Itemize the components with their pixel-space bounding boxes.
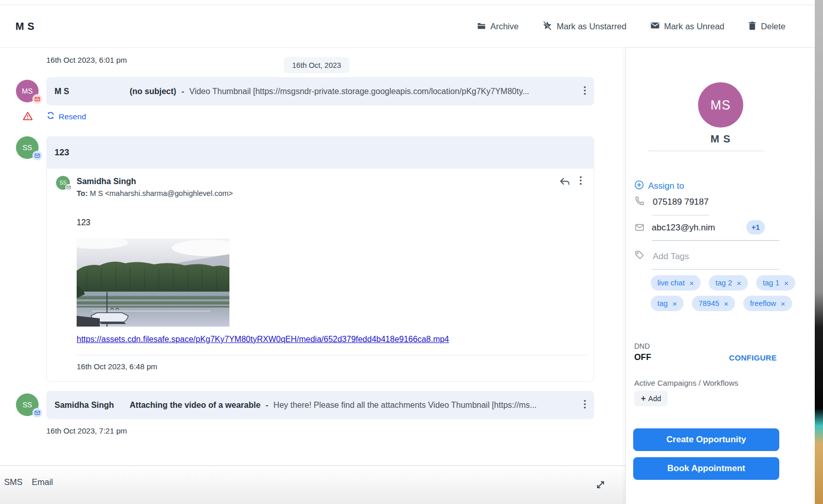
star-slash-icon: [542, 21, 552, 33]
message1-timestamp: 16th Oct 2023, 6:01 pm: [46, 56, 127, 64]
message3-snippet: Hey there! Please find all the attachmen…: [274, 401, 579, 410]
attached-lake-photo[interactable]: [77, 239, 229, 327]
message1-sender: M S: [55, 87, 130, 96]
message3-collapsed-row[interactable]: Samidha Singh Attaching the video of a w…: [46, 391, 594, 419]
message2-body: 123: [77, 218, 91, 227]
resend-button[interactable]: Resend: [46, 111, 86, 122]
tag-pill[interactable]: tag 1×: [756, 275, 795, 291]
tab-sms[interactable]: SMS: [4, 477, 23, 487]
email-underline: [652, 240, 779, 241]
tag-pill[interactable]: live chat×: [651, 275, 701, 291]
assign-to-label: Assign to: [648, 181, 684, 191]
plus-icon: +: [641, 394, 646, 403]
remove-tag-icon[interactable]: ×: [784, 279, 789, 287]
delete-button[interactable]: Delete: [748, 21, 785, 32]
message3-sender: Samidha Singh: [55, 401, 130, 410]
mark-unstarred-button[interactable]: Mark as Unstarred: [542, 21, 627, 33]
message3-more-icon[interactable]: [584, 400, 586, 411]
dnd-status: OFF: [634, 352, 651, 362]
add-campaign-button[interactable]: + Add: [634, 391, 668, 406]
message3-subject: Attaching the video of a wearable: [130, 401, 260, 410]
contact-name: M S: [626, 133, 815, 145]
contact-phone[interactable]: 075189 79187: [653, 197, 709, 207]
to-label: To:: [77, 189, 87, 197]
mark-unread-button[interactable]: Mark as Unread: [650, 21, 724, 32]
expand-composer-icon[interactable]: [595, 479, 606, 492]
circle-plus-icon: [634, 180, 644, 192]
remove-tag-icon[interactable]: ×: [724, 300, 728, 308]
page-title: M S: [15, 21, 34, 32]
subject-separator: -: [182, 87, 184, 96]
tag-pill[interactable]: 78945×: [692, 296, 735, 311]
email-channel-badge: [32, 151, 42, 160]
phone-underline: [652, 215, 709, 215]
email-channel-badge-small: [65, 184, 72, 191]
archive-button[interactable]: Archive: [477, 21, 518, 32]
dnd-configure-link[interactable]: CONFIGURE: [729, 353, 777, 362]
create-opportunity-button[interactable]: Create Opportunity: [633, 428, 779, 451]
message2-sender: Samidha Singh: [77, 177, 136, 186]
message3-timestamp: 16th Oct 2023, 7:21 pm: [46, 426, 127, 435]
send-error-icon: [23, 111, 33, 123]
remove-tag-icon[interactable]: ×: [737, 279, 741, 287]
remove-tag-icon[interactable]: ×: [689, 279, 694, 287]
message2-expanded-card: SS Samidha Singh To: M S <maharshi.sharm…: [46, 169, 594, 382]
subject-separator: -: [265, 401, 268, 410]
message2-subject: 123: [55, 148, 69, 158]
mark-unread-label: Mark as Unread: [664, 22, 724, 31]
tab-email[interactable]: Email: [32, 477, 53, 487]
trash-icon: [748, 21, 757, 32]
message1-snippet: Video Thumbnail [https://msgsndr-private…: [189, 87, 579, 96]
desktop-background-edge: [815, 0, 823, 504]
message2-more-icon[interactable]: [580, 176, 582, 187]
message1-subject: (no subject): [130, 87, 176, 96]
contact-panel: MS M S Assign to 075189 79187 abc123@yh.…: [625, 48, 815, 504]
email-channel-badge: [32, 408, 42, 418]
to-value: M S <maharshi.sharma@gohighlevel.com>: [90, 189, 233, 197]
remove-tag-icon[interactable]: ×: [781, 300, 785, 308]
phone-icon: [634, 195, 645, 208]
divider: [648, 151, 764, 151]
tag-pill[interactable]: tag 2×: [709, 275, 748, 291]
tag-pill[interactable]: freeflow×: [743, 296, 792, 311]
conversation-window: M S Archive Mark as Unstarred Mark as Un…: [0, 0, 815, 504]
message2-timestamp: 16th Oct 2023, 6:48 pm: [77, 362, 157, 371]
contact-email[interactable]: abc123@yh.nim: [652, 223, 715, 233]
add-label: Add: [648, 394, 661, 403]
composer-tabs: SMS Email: [4, 477, 53, 487]
composer-bar: SMS Email: [0, 465, 629, 504]
header-actions: Archive Mark as Unstarred Mark as Unread…: [477, 21, 785, 33]
conversation-header: M S Archive Mark as Unstarred Mark as Un…: [0, 6, 815, 48]
tag-icon: [634, 249, 645, 262]
dnd-label: DND: [634, 342, 650, 350]
mail-icon: [634, 222, 645, 235]
message1-collapsed-row[interactable]: M S (no subject) - Video Thumbnail [http…: [46, 77, 594, 105]
avatar-ss-small: SS: [56, 176, 70, 190]
window-top-strip: [0, 0, 815, 5]
message1-more-icon[interactable]: [584, 86, 586, 97]
avatar-ms: MS: [16, 80, 39, 102]
card-divider: [77, 355, 587, 355]
tag-list: live chat× tag 2× tag 1× tag× 78945× fre…: [651, 275, 801, 311]
avatar-ss: SS: [16, 136, 39, 159]
tags-underline: [652, 269, 779, 269]
message2-recipient-line: To: M S <maharshi.sharma@gohighlevel.com…: [77, 189, 233, 197]
campaigns-label: Active Campaigns / Workflows: [634, 379, 738, 387]
book-appointment-button[interactable]: Book Appointment: [633, 457, 779, 480]
remove-tag-icon[interactable]: ×: [672, 300, 677, 308]
mark-unstarred-label: Mark as Unstarred: [557, 22, 627, 31]
reply-icon[interactable]: [559, 176, 571, 190]
archive-label: Archive: [490, 22, 518, 31]
date-separator-chip: 16th Oct, 2023: [284, 57, 349, 73]
tag-pill[interactable]: tag×: [651, 296, 684, 311]
extra-emails-badge[interactable]: +1: [746, 220, 765, 235]
add-tags-input[interactable]: Add Tags: [653, 251, 689, 262]
assign-to-button[interactable]: Assign to: [634, 180, 684, 192]
envelope-icon: [650, 21, 660, 32]
delete-label: Delete: [761, 22, 785, 31]
email-channel-badge-error: [32, 94, 42, 104]
resend-label: Resend: [59, 112, 86, 121]
message2-subject-bar[interactable]: 123: [46, 136, 594, 169]
message-thread: 16th Oct 2023, 6:01 pm 16th Oct, 2023 MS…: [0, 48, 629, 504]
attachment-video-link[interactable]: https://assets.cdn.filesafe.space/pKg7Ky…: [77, 335, 449, 344]
